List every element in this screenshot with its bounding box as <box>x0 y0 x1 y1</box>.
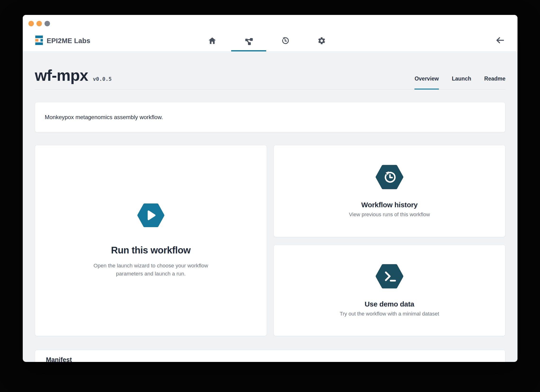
traffic-light-close[interactable] <box>28 21 34 26</box>
demo-data-title: Use demo data <box>365 300 415 308</box>
screenshot-stage: EPI2ME Labs <box>0 0 540 392</box>
page-title: wf-mpx <box>35 68 88 83</box>
workflow-description: Monkeypox metagenomics assembly workflow… <box>45 114 163 121</box>
page-content: wf-mpx v0.0.5 Overview Launch Readme Mon… <box>23 68 518 362</box>
run-workflow-description: Open the launch wizard to choose your wo… <box>86 262 215 278</box>
workflow-history-card[interactable]: Workflow history View previous runs of t… <box>274 145 506 237</box>
app-header: EPI2ME Labs <box>23 15 518 52</box>
manifest-title: Manifest <box>46 356 494 362</box>
nav-home[interactable] <box>194 30 230 51</box>
history-hexagon-icon <box>375 165 404 191</box>
demo-data-description: Try out the workflow with a minimal data… <box>340 311 439 317</box>
epi2me-logo-icon <box>35 35 43 46</box>
main-nav <box>194 30 340 51</box>
page-version: v0.0.5 <box>93 76 112 82</box>
play-hexagon-icon <box>137 203 165 228</box>
manifest-card: Manifest <box>35 350 505 362</box>
nav-history[interactable] <box>267 30 303 51</box>
app-window: EPI2ME Labs <box>23 15 518 362</box>
brand: EPI2ME Labs <box>35 30 90 51</box>
traffic-light-minimize[interactable] <box>36 21 42 26</box>
tab-readme[interactable]: Readme <box>484 75 505 89</box>
gear-icon <box>317 36 326 45</box>
demo-data-card[interactable]: Use demo data Try out the workflow with … <box>274 245 506 336</box>
nav-settings[interactable] <box>303 30 340 51</box>
tab-overview[interactable]: Overview <box>415 75 439 89</box>
title-row: wf-mpx v0.0.5 Overview Launch Readme <box>35 68 505 90</box>
home-icon <box>208 37 216 45</box>
cards-grid: Run this workflow Open the launch wizard… <box>35 145 505 336</box>
workflow-history-description: View previous runs of this workflow <box>349 211 430 218</box>
brand-name: EPI2ME Labs <box>47 37 90 45</box>
workflow-icon <box>244 36 253 45</box>
nav-workflows[interactable] <box>230 30 267 51</box>
traffic-lights <box>28 21 50 26</box>
header-row: EPI2ME Labs <box>23 30 518 51</box>
workflow-history-title: Workflow history <box>361 201 418 209</box>
traffic-light-fullscreen[interactable] <box>45 21 50 26</box>
back-button[interactable] <box>495 30 505 51</box>
title-group: wf-mpx v0.0.5 <box>35 68 112 89</box>
run-workflow-card[interactable]: Run this workflow Open the launch wizard… <box>35 145 267 336</box>
history-icon <box>281 36 290 45</box>
run-workflow-title: Run this workflow <box>111 245 191 256</box>
terminal-hexagon-icon <box>375 264 404 290</box>
arrow-left-icon <box>495 35 505 46</box>
tabs: Overview Launch Readme <box>415 75 505 89</box>
tab-launch[interactable]: Launch <box>452 75 471 89</box>
workflow-description-card: Monkeypox metagenomics assembly workflow… <box>35 102 505 132</box>
